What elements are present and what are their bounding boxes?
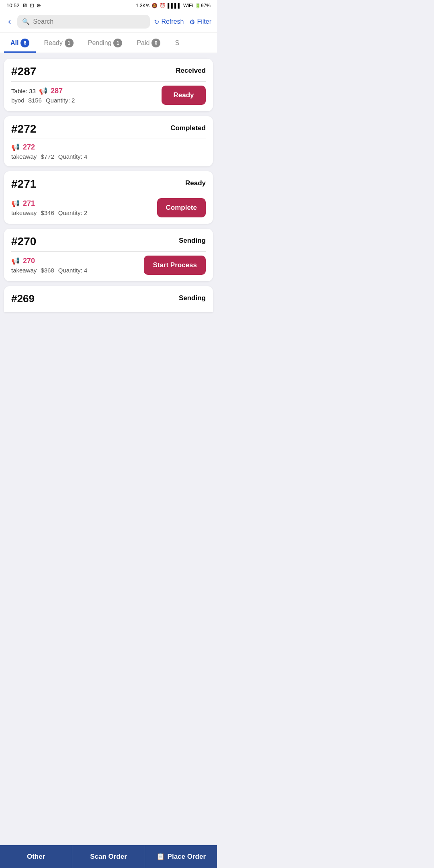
cast-icon: ⊡ [30, 2, 34, 8]
card-body-270: 📢 270 takeaway $368 Quantity: 4 Start Pr… [11, 256, 206, 275]
order-price-272: $772 [41, 153, 54, 160]
order-card-271: #271 Ready 📢 271 takeaway $346 Quantity:… [4, 171, 213, 224]
filter-icon: ⚙ [189, 18, 195, 26]
tab-ready[interactable]: Ready 1 [37, 33, 80, 53]
order-price-270: $368 [41, 267, 54, 274]
card-row2-270: takeaway $368 Quantity: 4 [11, 267, 87, 274]
order-number-287: #287 [11, 65, 36, 78]
alarm-icon: ⏰ [160, 3, 166, 8]
alert-icon-270: 📢 [11, 257, 20, 265]
search-icon: 🔍 [22, 18, 30, 25]
card-divider-287 [11, 81, 206, 82]
refresh-icon: ↻ [154, 18, 159, 26]
complete-button-271[interactable]: Complete [157, 198, 206, 217]
tab-all-badge: 6 [20, 39, 29, 47]
mute-icon: 🔕 [151, 3, 158, 8]
card-body-271: 📢 271 takeaway $346 Quantity: 2 Complete [11, 198, 206, 217]
card-body-287: Table: 33 📢 287 byod $156 Quantity: 2 Re… [11, 86, 206, 105]
refresh-label: Refresh [161, 18, 184, 25]
card-row2-272: takeaway $772 Quantity: 4 [11, 153, 87, 160]
tab-ready-badge: 1 [65, 39, 74, 47]
order-status-270: Sending [179, 235, 206, 245]
alert-num-270: 270 [23, 257, 35, 265]
alert-num-271: 271 [23, 199, 35, 208]
order-status-287: Received [176, 65, 206, 75]
table-row-287: Table: 33 📢 287 [11, 87, 75, 95]
order-type-271: takeaway [11, 209, 37, 216]
filter-label: Filter [197, 18, 211, 25]
card-info-272: 📢 272 takeaway $772 Quantity: 4 [11, 143, 87, 160]
alert-row-272: 📢 272 [11, 143, 87, 151]
tab-paid-badge: 0 [151, 39, 160, 47]
start-process-button-270[interactable]: Start Process [144, 256, 206, 275]
tab-all[interactable]: All 6 [4, 33, 36, 53]
tab-pending[interactable]: Pending 1 [82, 33, 129, 53]
card-header-272: #272 Completed [11, 123, 206, 135]
tab-s[interactable]: S [168, 34, 186, 52]
card-body-272: 📢 272 takeaway $772 Quantity: 4 [11, 143, 206, 160]
order-type-287: byod [11, 97, 25, 104]
alert-icon-287: 📢 [39, 87, 47, 95]
order-card-269: #269 Sending [4, 286, 213, 312]
order-qty-271: Quantity: 2 [58, 209, 88, 216]
card-header-271: #271 Ready [11, 178, 206, 190]
search-box[interactable]: 🔍 [17, 15, 150, 29]
card-info-271: 📢 271 takeaway $346 Quantity: 2 [11, 199, 87, 216]
order-number-272: #272 [11, 123, 36, 135]
table-label-287: Table: 33 [11, 88, 36, 94]
card-header-269: #269 Sending [11, 293, 206, 305]
order-number-270: #270 [11, 235, 36, 248]
alert-icon-272: 📢 [11, 143, 20, 151]
notification-icon: 🖥 [22, 2, 27, 8]
order-price-271: $346 [41, 209, 54, 216]
battery-icon: 🔋97% [195, 3, 211, 8]
order-number-269: #269 [11, 293, 35, 305]
orders-list: #287 Received Table: 33 📢 287 byod $156 … [0, 53, 217, 316]
order-type-272: takeaway [11, 153, 37, 160]
card-divider-272 [11, 139, 206, 139]
back-button[interactable]: ‹ [6, 16, 13, 28]
status-right: 1.3K/s 🔕 ⏰ ▌▌▌▌ WiFi 🔋97% [136, 3, 211, 8]
order-qty-287: Quantity: 2 [46, 97, 75, 104]
alert-row-270: 📢 270 [11, 257, 87, 265]
status-bar: 10:52 🖥 ⊡ ⊕ 1.3K/s 🔕 ⏰ ▌▌▌▌ WiFi 🔋97% [0, 0, 217, 11]
order-card-287: #287 Received Table: 33 📢 287 byod $156 … [4, 59, 213, 111]
order-status-269: Sending [179, 293, 206, 302]
plus-icon: ⊕ [37, 2, 41, 8]
tabs-bar: All 6 Ready 1 Pending 1 Paid 0 S [0, 33, 217, 53]
wifi-icon: WiFi [183, 3, 193, 8]
order-type-270: takeaway [11, 267, 37, 274]
filter-button[interactable]: ⚙ Filter [189, 18, 211, 26]
card-row2-287: byod $156 Quantity: 2 [11, 97, 75, 104]
search-input[interactable] [33, 18, 145, 25]
tab-paid[interactable]: Paid 0 [130, 33, 167, 53]
order-price-287: $156 [29, 97, 42, 104]
card-divider-271 [11, 194, 206, 194]
order-status-272: Completed [170, 123, 206, 132]
alert-row-271: 📢 271 [11, 199, 87, 208]
status-time: 10:52 🖥 ⊡ ⊕ [6, 2, 41, 8]
card-row2-271: takeaway $346 Quantity: 2 [11, 209, 87, 216]
order-qty-270: Quantity: 4 [58, 267, 88, 274]
alert-num-272: 272 [23, 143, 35, 151]
order-status-271: Ready [185, 178, 206, 187]
card-divider-270 [11, 251, 206, 252]
card-info-270: 📢 270 takeaway $368 Quantity: 4 [11, 257, 87, 274]
tab-ready-label: Ready [44, 39, 62, 47]
card-info-287: Table: 33 📢 287 byod $156 Quantity: 2 [11, 87, 75, 104]
order-card-272: #272 Completed 📢 272 takeaway $772 Quant… [4, 116, 213, 166]
top-actions: ↻ Refresh ⚙ Filter [154, 18, 211, 26]
order-qty-272: Quantity: 4 [58, 153, 88, 160]
top-bar: ‹ 🔍 ↻ Refresh ⚙ Filter [0, 11, 217, 33]
time-display: 10:52 [6, 2, 20, 8]
order-number-271: #271 [11, 178, 36, 190]
tab-all-label: All [10, 39, 18, 47]
ready-button-287[interactable]: Ready [162, 86, 206, 105]
tab-pending-label: Pending [88, 39, 112, 47]
order-card-270: #270 Sending 📢 270 takeaway $368 Quantit… [4, 229, 213, 281]
alert-icon-271: 📢 [11, 199, 20, 208]
card-header-287: #287 Received [11, 65, 206, 78]
card-header-270: #270 Sending [11, 235, 206, 248]
network-speed: 1.3K/s [136, 3, 149, 8]
refresh-button[interactable]: ↻ Refresh [154, 18, 184, 26]
